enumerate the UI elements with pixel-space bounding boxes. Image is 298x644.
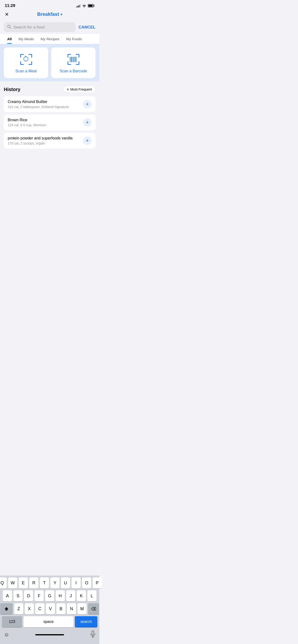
list-item: protein powder and superfoods vanilla 17…	[4, 133, 95, 148]
filter-icon: ≡	[67, 88, 69, 91]
scan-barcode-label: Scan a Barcode	[60, 69, 87, 73]
tab-all[interactable]: All	[4, 34, 15, 44]
meal-type-label: Breakfast	[37, 12, 59, 17]
filter-label: Most Frequent	[70, 88, 92, 91]
scan-meal-icon	[19, 52, 33, 66]
tabs-bar: All My Meals My Recipes My Foods	[0, 34, 99, 44]
svg-line-4	[10, 27, 11, 28]
add-food-button[interactable]: +	[83, 118, 92, 127]
history-title: History	[4, 87, 20, 92]
food-detail: 170 cal, 2 scoops, orgain	[8, 141, 72, 145]
svg-rect-2	[88, 5, 93, 7]
scan-barcode-card[interactable]: Scan a Barcode	[51, 48, 95, 78]
list-item: Brown Rice 124 cal, 0.5 cup, Morrison +	[4, 114, 95, 130]
scan-meal-card[interactable]: Scan a Meal	[4, 48, 48, 78]
food-detail: 124 cal, 0.5 cup, Morrison	[8, 123, 46, 127]
signal-icon	[76, 4, 81, 8]
header: ✕ Breakfast ▾	[0, 10, 99, 20]
search-box	[4, 22, 76, 32]
search-icon	[7, 25, 11, 30]
food-info: Brown Rice 124 cal, 0.5 cup, Morrison	[8, 118, 46, 127]
food-name: protein powder and superfoods vanilla	[8, 136, 72, 140]
food-detail: 210 cal, 2 tablespoon, Kirkland Signatur…	[8, 105, 69, 109]
food-info: protein powder and superfoods vanilla 17…	[8, 136, 72, 145]
cancel-button[interactable]: CANCEL	[78, 25, 95, 30]
status-icons	[76, 4, 95, 8]
filter-button[interactable]: ≡ Most Frequent	[63, 86, 95, 93]
search-container: CANCEL	[0, 20, 99, 34]
wifi-icon	[82, 4, 86, 8]
tab-my-recipes[interactable]: My Recipes	[37, 34, 63, 44]
scan-section: Scan a Meal Scan a Barcode	[0, 44, 99, 82]
add-food-button[interactable]: +	[83, 136, 92, 145]
food-name: Brown Rice	[8, 118, 46, 122]
history-section: History ≡ Most Frequent Creamy Almond Bu…	[0, 82, 99, 153]
tab-my-meals[interactable]: My Meals	[15, 34, 37, 44]
list-item: Creamy Almond Buttter 210 cal, 2 tablesp…	[4, 96, 95, 112]
food-info: Creamy Almond Buttter 210 cal, 2 tablesp…	[8, 100, 69, 109]
chevron-down-icon[interactable]: ▾	[60, 12, 62, 16]
search-input[interactable]	[13, 25, 72, 30]
scan-meal-label: Scan a Meal	[15, 69, 37, 73]
battery-icon	[88, 4, 95, 8]
status-time: 11:29	[5, 3, 15, 8]
status-bar: 11:29	[0, 0, 99, 10]
header-title: Breakfast ▾	[37, 12, 62, 17]
add-food-button[interactable]: +	[83, 100, 92, 108]
svg-rect-1	[94, 5, 95, 6]
close-button[interactable]: ✕	[5, 12, 9, 17]
history-header: History ≡ Most Frequent	[4, 86, 95, 93]
food-name: Creamy Almond Buttter	[8, 100, 69, 104]
scan-barcode-icon	[66, 52, 81, 66]
tab-my-foods[interactable]: My Foods	[63, 34, 85, 44]
